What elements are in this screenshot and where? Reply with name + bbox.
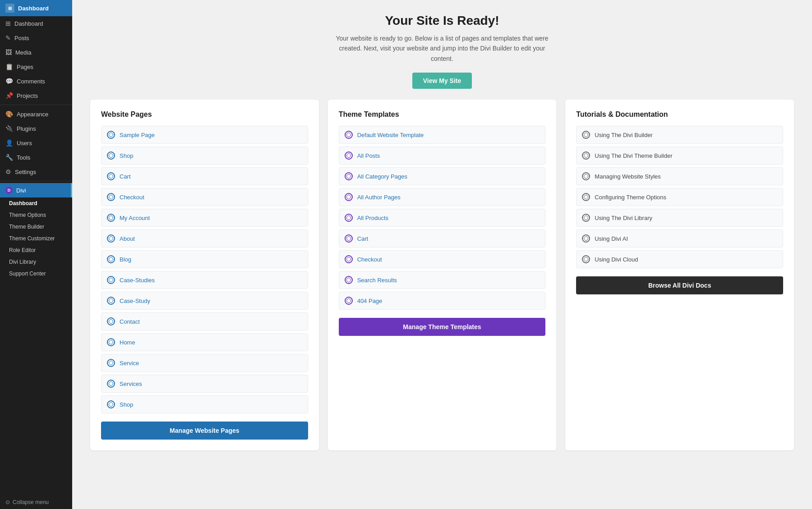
sidebar-item-label: Projects	[17, 92, 38, 99]
page-icon	[107, 338, 115, 346]
sidebar-item-label: Users	[17, 140, 32, 147]
collapse-menu-button[interactable]: ⊙ Collapse menu	[0, 495, 72, 509]
list-item-blog[interactable]: Blog	[101, 250, 308, 268]
sidebar-item-label: Comments	[17, 78, 45, 85]
list-item-case-studies[interactable]: Case-Studies	[101, 271, 308, 289]
sidebar-item-dashboard[interactable]: ⊞ Dashboard	[0, 16, 72, 31]
divi-sub-item-theme-builder[interactable]: Theme Builder	[0, 221, 72, 233]
template-icon	[345, 193, 353, 201]
divi-sub-item-theme-customizer[interactable]: Theme Customizer	[0, 233, 72, 244]
page-icon	[107, 359, 115, 367]
tutorial-icon	[582, 151, 590, 160]
sidebar-item-users[interactable]: 👤 Users	[0, 136, 72, 150]
list-item-services[interactable]: Services	[101, 375, 308, 393]
sidebar-item-tools[interactable]: 🔧 Tools	[0, 150, 72, 165]
template-icon	[345, 172, 353, 180]
divi-label: Divi	[16, 187, 26, 194]
list-item-all-products[interactable]: All Products	[339, 209, 546, 227]
list-item-shop-2[interactable]: Shop	[101, 395, 308, 413]
settings-icon: ⚙	[5, 168, 11, 175]
sidebar-item-settings[interactable]: ⚙ Settings	[0, 165, 72, 179]
divi-logo-icon: D	[5, 187, 13, 194]
tutorial-item-divi-library[interactable]: Using The Divi Library	[576, 209, 783, 227]
sidebar-item-projects[interactable]: 📌 Projects	[0, 88, 72, 103]
list-item-sample-page[interactable]: Sample Page	[101, 126, 308, 144]
page-icon	[107, 193, 115, 201]
sidebar-logo[interactable]: ⊞ Dashboard	[0, 0, 72, 16]
tutorial-item-divi-builder[interactable]: Using The Divi Builder	[576, 126, 783, 144]
sidebar-item-comments[interactable]: 💬 Comments	[0, 74, 72, 88]
sidebar-nav: ⊞ Dashboard ✎ Posts 🖼 Media 📋 Pages 💬 Co…	[0, 16, 72, 495]
list-item-all-author-pages[interactable]: All Author Pages	[339, 188, 546, 206]
sidebar-item-label: Media	[15, 49, 31, 56]
list-item-service[interactable]: Service	[101, 354, 308, 372]
tutorials-card: Tutorials & Documentation Using The Divi…	[565, 100, 794, 450]
theme-templates-title: Theme Templates	[339, 110, 546, 119]
tutorial-item-theme-builder[interactable]: Using The Divi Theme Builder	[576, 147, 783, 165]
page-icon	[107, 214, 115, 222]
divi-sub-item-divi-library[interactable]: Divi Library	[0, 256, 72, 268]
tools-icon: 🔧	[5, 154, 13, 161]
posts-icon: ✎	[5, 34, 11, 41]
tutorial-item-divi-ai[interactable]: Using Divi AI	[576, 229, 783, 248]
sidebar-item-label: Posts	[14, 35, 29, 41]
sidebar-item-divi[interactable]: D Divi	[0, 183, 72, 197]
sidebar-item-label: Pages	[17, 64, 33, 70]
tutorial-icon	[582, 214, 590, 222]
template-icon	[345, 234, 353, 243]
sidebar-item-label: Appearance	[17, 111, 48, 118]
view-site-button[interactable]: View My Site	[412, 73, 472, 89]
page-icon	[107, 380, 115, 388]
list-item-search-results[interactable]: Search Results	[339, 271, 546, 289]
tutorial-icon	[582, 172, 590, 180]
projects-icon: 📌	[5, 92, 13, 99]
sidebar-item-pages[interactable]: 📋 Pages	[0, 60, 72, 74]
page-icon	[107, 255, 115, 263]
sidebar-item-plugins[interactable]: 🔌 Plugins	[0, 121, 72, 136]
dashboard-nav-icon: ⊞	[5, 20, 11, 27]
website-pages-title: Website Pages	[101, 110, 308, 119]
list-item-case-study[interactable]: Case-Study	[101, 292, 308, 310]
sidebar-item-label: Tools	[17, 154, 30, 161]
list-item-cart[interactable]: Cart	[101, 167, 308, 185]
list-item-all-posts[interactable]: All Posts	[339, 147, 546, 165]
sidebar-item-label: Dashboard	[14, 20, 43, 27]
list-item-contact[interactable]: Contact	[101, 312, 308, 330]
template-icon	[345, 276, 353, 284]
divi-sub-item-role-editor[interactable]: Role Editor	[0, 244, 72, 256]
website-pages-card: Website Pages Sample Page Shop Cart Chec…	[90, 100, 319, 450]
page-description: Your website is ready to go. Below is a …	[329, 33, 555, 64]
list-item-home[interactable]: Home	[101, 333, 308, 351]
tutorial-item-theme-options[interactable]: Configuring Theme Options	[576, 188, 783, 206]
sidebar-divider-2	[0, 181, 72, 181]
page-header: Your Site Is Ready! Your website is read…	[90, 14, 794, 89]
list-item-all-category-pages[interactable]: All Category Pages	[339, 167, 546, 185]
list-item-shop[interactable]: Shop	[101, 147, 308, 165]
list-item-default-template[interactable]: Default Website Template	[339, 126, 546, 144]
divi-sub-item-theme-options[interactable]: Theme Options	[0, 209, 72, 221]
page-icon	[107, 317, 115, 326]
sidebar-item-appearance[interactable]: 🎨 Appearance	[0, 107, 72, 121]
template-icon	[345, 131, 353, 139]
divi-sub-item-dashboard[interactable]: Dashboard	[0, 197, 72, 209]
list-item-my-account[interactable]: My Account	[101, 209, 308, 227]
tutorial-item-divi-cloud[interactable]: Using Divi Cloud	[576, 250, 783, 268]
manage-theme-templates-button[interactable]: Manage Theme Templates	[339, 318, 546, 336]
list-item-template-checkout[interactable]: Checkout	[339, 250, 546, 268]
list-item-template-cart[interactable]: Cart	[339, 229, 546, 248]
divi-sub-item-support-center[interactable]: Support Center	[0, 268, 72, 280]
list-item-404-page[interactable]: 404 Page	[339, 292, 546, 310]
list-item-checkout[interactable]: Checkout	[101, 188, 308, 206]
template-icon	[345, 214, 353, 222]
sidebar-item-posts[interactable]: ✎ Posts	[0, 31, 72, 45]
tutorial-item-managing-styles[interactable]: Managing Website Styles	[576, 167, 783, 185]
list-item-about[interactable]: About	[101, 229, 308, 248]
manage-website-pages-button[interactable]: Manage Website Pages	[101, 422, 308, 440]
template-icon	[345, 297, 353, 305]
sidebar-item-label: Settings	[15, 169, 36, 175]
page-icon	[107, 151, 115, 160]
page-icon	[107, 276, 115, 284]
page-icon	[107, 297, 115, 305]
browse-all-docs-button[interactable]: Browse All Divi Docs	[576, 276, 783, 294]
sidebar-item-media[interactable]: 🖼 Media	[0, 45, 72, 60]
